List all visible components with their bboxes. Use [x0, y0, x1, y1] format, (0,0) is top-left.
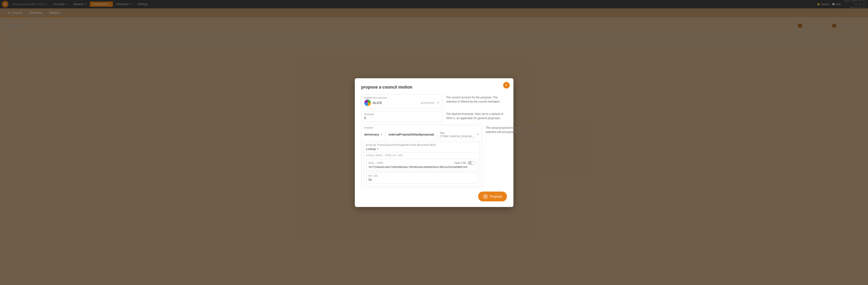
account-address: ajYMsCksE...	[421, 102, 436, 104]
account-row: propose from account ALICE ajYMsCksE... …	[361, 94, 507, 108]
hash-file-toggle[interactable]	[468, 161, 475, 165]
threshold-field[interactable]: threshold 5	[361, 111, 442, 122]
sub-chevron: ▼	[377, 148, 379, 150]
propose-button[interactable]: ✓ Propose	[478, 192, 507, 201]
toggle-thumb	[471, 161, 474, 165]
modal-close-button[interactable]: ×	[503, 82, 510, 89]
hash-field: hash_: H256 hash a file fb7f2d6ab9c04e75…	[366, 159, 477, 171]
proposal-module-select[interactable]: democracy ▼	[362, 131, 386, 138]
proposal-field: proposal democracy ▼ externalProposeDefa…	[361, 125, 482, 188]
propose-check-icon: ✓	[483, 194, 488, 199]
threshold-field-wrap: threshold 5	[361, 111, 442, 122]
account-chevron: ▼	[437, 102, 439, 104]
modal-title: propose a council motion	[361, 85, 507, 90]
len-field[interactable]: len: u32 55	[366, 172, 477, 183]
sub-proposal-label: proposal: FrameSupportPreimagesBounded (…	[364, 142, 479, 146]
link-chevron: ▼	[476, 133, 479, 136]
propose-from-account-field[interactable]: propose from account ALICE ajYMsCksE... …	[361, 94, 442, 108]
threshold-row: threshold 5 The desired threshold. Here …	[361, 111, 507, 122]
hash-value: fb7f2d6ab9c04e75969988166cf09365eb9c8d69…	[369, 166, 475, 169]
account-avatar	[364, 99, 371, 106]
sub-proposal-section: proposal: FrameSupportPreimagesBounded (…	[364, 142, 480, 186]
threshold-info-text: The desired threshold. Here set to a def…	[446, 111, 507, 122]
account-info-text: The council account for the proposal. Th…	[446, 94, 507, 108]
len-value: 55	[369, 178, 475, 181]
lookup-params-label: Lookup: {hash_: H256, len: u32}	[364, 152, 479, 158]
module-chevron: ▼	[380, 133, 383, 136]
len-label: len: u32	[369, 174, 475, 177]
modal-footer: ✓ Propose	[361, 188, 507, 201]
hash-toggle-wrap: hash a file	[455, 161, 475, 165]
proposal-method-label: externalProposeDefault(proposal)	[386, 131, 437, 138]
proposal-row: proposal democracy ▼ externalProposeDefa…	[361, 125, 507, 188]
proposal-info-text: The actual proposal to make, based on th…	[486, 125, 546, 188]
modal-overlay: propose a council motion × propose from …	[0, 0, 868, 285]
hash-label: hash_: H256	[369, 162, 383, 164]
sub-proposal-value: Lookup	[366, 147, 376, 151]
account-field-wrap: propose from account ALICE ajYMsCksE... …	[361, 94, 442, 108]
threshold-value: 5	[364, 116, 439, 120]
account-name: ALICE	[373, 101, 382, 105]
proposal-field-wrap: proposal democracy ▼ externalProposeDefa…	[361, 125, 482, 188]
proposal-link[interactable]: See [`Pallet::external_propose_... ▼	[437, 130, 482, 140]
propose-council-motion-modal: propose a council motion × propose from …	[355, 78, 514, 207]
